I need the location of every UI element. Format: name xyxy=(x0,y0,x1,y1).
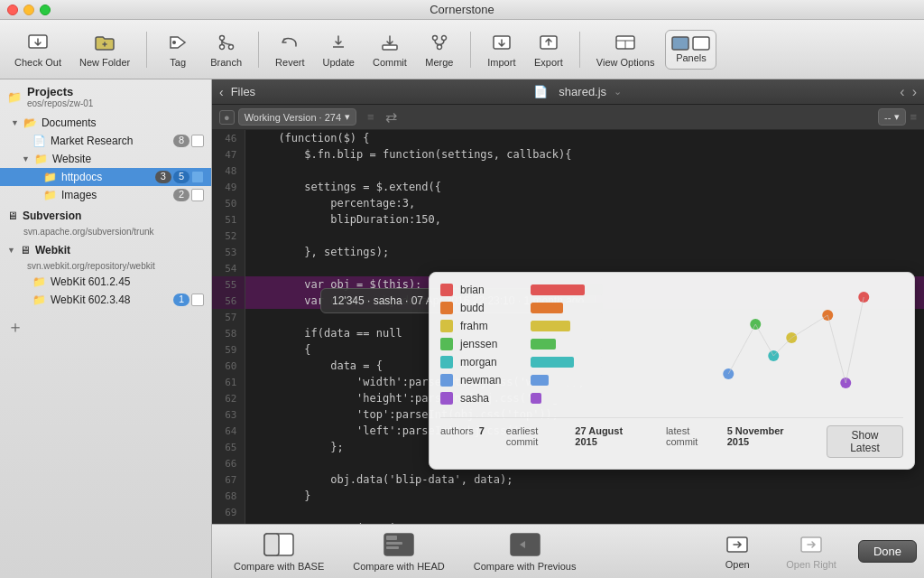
folder-icon: 📁 xyxy=(32,294,46,306)
projects-section: 📁 Projects eos/repos/zw-01 xyxy=(0,79,211,114)
svg-rect-22 xyxy=(264,534,279,555)
blame-bar-bg xyxy=(531,357,603,368)
show-latest-button[interactable]: Show Latest xyxy=(827,425,903,458)
update-button[interactable]: Update xyxy=(315,25,361,74)
compare-base-button[interactable]: Compare with BASE xyxy=(219,527,338,577)
table-row: 49 settings = $.extend({ xyxy=(212,179,924,195)
line-number: 53 xyxy=(212,244,245,260)
toolbar: Check Out New Folder Tag Branch xyxy=(0,20,924,79)
file-dropdown-icon[interactable]: ⌄ xyxy=(614,86,622,98)
latest-commit-stat: latest commit 5 November 2015 xyxy=(666,425,805,458)
blame-stats: authors 7 earliest commit 27 August 2015… xyxy=(440,417,903,458)
line-code xyxy=(245,504,924,520)
table-row: 50 percentage:3, xyxy=(212,195,924,211)
diff-menu-left[interactable]: ≡ xyxy=(367,110,374,124)
latest-commit-value: 5 November 2015 xyxy=(727,425,805,458)
next-file-button[interactable]: › xyxy=(912,84,917,100)
maximize-button[interactable] xyxy=(40,5,51,15)
line-number: 67 xyxy=(212,471,245,488)
sidebar-item-httpdocs[interactable]: 📁 httpdocs 3 5 xyxy=(0,168,211,186)
open-right-button[interactable]: Open Right xyxy=(772,528,851,575)
left-version-selector[interactable]: Working Version · 274 ▾ xyxy=(238,108,356,126)
line-number: 62 xyxy=(212,390,245,406)
images-checkbox[interactable] xyxy=(191,189,204,201)
diff-menu-right[interactable]: ≡ xyxy=(910,110,917,124)
subversion-label: Subversion xyxy=(23,210,81,222)
add-repo-button[interactable]: ＋ xyxy=(7,318,23,336)
server-icon: 🖥 xyxy=(20,244,31,256)
httpdocs-checkbox[interactable] xyxy=(191,171,204,183)
sidebar-item-market-research[interactable]: 📄 Market Research 8 xyxy=(0,132,211,150)
panels-button[interactable]: Panels xyxy=(665,30,716,70)
import-button[interactable]: Import xyxy=(480,25,523,74)
separator-3 xyxy=(470,32,471,68)
commit-button[interactable]: Commit xyxy=(365,25,414,74)
sidebar-item-webkit602[interactable]: 📁 WebKit 602.3.48 1 xyxy=(0,291,211,309)
files-label[interactable]: Files xyxy=(231,85,255,98)
done-button[interactable]: Done xyxy=(858,540,917,563)
sidebar-item-documents[interactable]: ▼ 📂 Documents xyxy=(0,114,211,132)
blame-bar xyxy=(531,284,585,295)
blame-author-row: morgan xyxy=(440,356,665,368)
left-pane-toggle[interactable]: ● xyxy=(219,110,235,125)
close-button[interactable] xyxy=(7,5,18,15)
sync-icon[interactable]: ⇄ xyxy=(385,108,397,126)
sidebar-item-images[interactable]: 📁 Images 2 xyxy=(0,186,211,204)
blame-bar xyxy=(531,357,574,368)
branch-button[interactable]: Branch xyxy=(203,25,249,74)
server-icon: 🖥 xyxy=(7,210,18,222)
import-label: Import xyxy=(487,57,515,68)
check-out-button[interactable]: Check Out xyxy=(7,25,69,74)
compare-head-button[interactable]: Compare with HEAD xyxy=(338,527,458,577)
table-row: 51 blipDuration:150, xyxy=(212,211,924,228)
sidebar-item-website[interactable]: ▼ 📁 Website xyxy=(0,150,211,168)
svg-point-4 xyxy=(228,44,233,49)
open-right-label: Open Right xyxy=(786,559,836,570)
blame-author-row: frahm xyxy=(440,320,665,332)
right-version-selector[interactable]: -- ▾ xyxy=(878,108,906,126)
tag-button[interactable]: Tag xyxy=(156,25,199,74)
code-blame-area: 46 (function($) {47 $.fn.blip = function… xyxy=(212,130,924,524)
images-label: Images xyxy=(61,189,97,201)
table-row: 69 xyxy=(212,504,924,520)
svg-rect-26 xyxy=(386,546,399,549)
sidebar-item-webkit[interactable]: ▼ 🖥 Webkit svn.webkit.org/repository/web… xyxy=(0,238,211,273)
webkit602-checkbox[interactable] xyxy=(191,294,204,306)
authors-count: 7 xyxy=(479,425,485,458)
blame-author-row: newman xyxy=(440,374,665,387)
separator-4 xyxy=(579,32,580,68)
export-button[interactable]: Export xyxy=(527,25,570,74)
prev-file-button[interactable]: ‹ xyxy=(900,84,904,100)
svg-rect-12 xyxy=(672,37,688,50)
svg-rect-5 xyxy=(383,45,397,50)
line-code xyxy=(245,163,924,179)
compare-head-label: Compare with HEAD xyxy=(353,561,444,572)
line-code: obj.data('blip-data', data); xyxy=(245,471,924,488)
blame-bar xyxy=(531,393,541,404)
back-arrow[interactable]: ‹ xyxy=(219,85,224,99)
merge-button[interactable]: Merge xyxy=(418,25,461,74)
view-options-button[interactable]: View Options xyxy=(589,25,662,74)
revert-button[interactable]: Revert xyxy=(268,25,311,74)
projects-label: Projects xyxy=(27,85,93,98)
line-code: blipDuration:150, xyxy=(245,211,924,228)
earliest-commit-label: earliest commit xyxy=(506,425,570,458)
webkit602-badge: 1 xyxy=(173,294,189,306)
line-code: settings = $.extend({ xyxy=(245,179,924,195)
open-button[interactable]: Open xyxy=(710,528,764,575)
blame-author-name: newman xyxy=(460,374,523,387)
table-row: 52 xyxy=(212,228,924,244)
minimize-button[interactable] xyxy=(23,5,34,15)
new-folder-button[interactable]: New Folder xyxy=(72,25,137,74)
folder-icon: 📁 xyxy=(34,153,48,165)
folder-icon: 📁 xyxy=(43,189,57,201)
sidebar-item-webkit601[interactable]: 📁 WebKit 601.2.45 xyxy=(0,273,211,291)
compare-previous-button[interactable]: Compare with Previous xyxy=(459,527,591,577)
sidebar-item-subversion[interactable]: 🖥 Subversion svn.apache.org/subversion/t… xyxy=(0,204,211,238)
line-code: var v = (settings.percentage * xyxy=(245,520,924,524)
line-code: }, settings); xyxy=(245,244,924,260)
latest-commit-label: latest commit xyxy=(666,425,722,458)
market-research-checkbox[interactable] xyxy=(191,135,204,147)
documents-label: Documents xyxy=(42,117,97,129)
images-badge: 2 xyxy=(173,189,189,201)
